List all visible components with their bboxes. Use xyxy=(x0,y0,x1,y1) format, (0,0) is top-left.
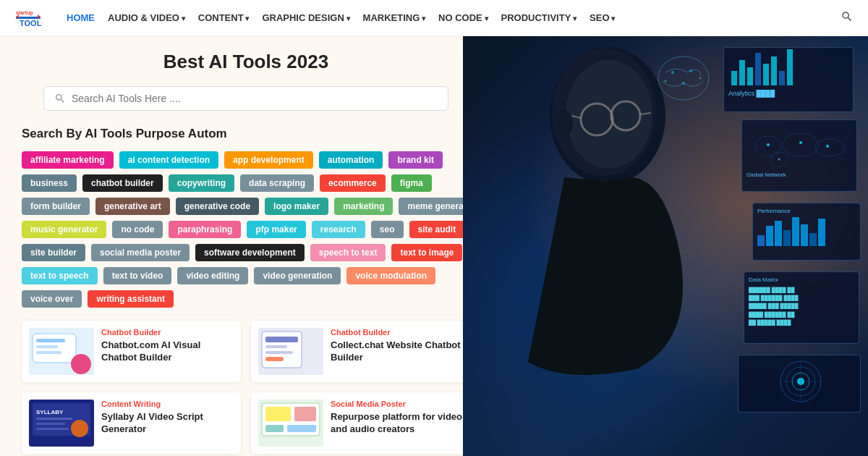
tag-text-to-image[interactable]: text to image xyxy=(391,244,462,261)
tag-paraphrasing[interactable]: paraphrasing xyxy=(169,221,241,238)
tag-voice-over[interactable]: voice over xyxy=(22,290,82,308)
tag-site-audit[interactable]: site audit xyxy=(409,221,465,238)
svg-rect-21 xyxy=(36,418,72,420)
tag-speech-to-text[interactable]: speech to text xyxy=(310,244,386,261)
tool-card-title: Chatbot.com AI Visual Chatbot Builder xyxy=(101,339,234,364)
tag-logo-maker[interactable]: logo maker xyxy=(265,198,328,215)
svg-rect-28 xyxy=(294,407,316,421)
tag-video-editing[interactable]: video editing xyxy=(177,267,248,284)
tool-card-info: Content Writing Syllaby AI Video Script … xyxy=(101,400,234,436)
svg-point-51 xyxy=(799,141,802,144)
tag-generative-art[interactable]: generative art xyxy=(95,198,170,215)
tag-no-code[interactable]: no code xyxy=(112,221,163,238)
tool-card-title: Collect.chat Website Chatbot Builder xyxy=(331,339,463,364)
tag-text-to-video[interactable]: text to video xyxy=(103,267,172,284)
tag-site-builder[interactable]: site builder xyxy=(22,244,85,261)
nav-search-icon[interactable] xyxy=(841,10,854,26)
tag-writing-assistant[interactable]: writing assistant xyxy=(88,290,174,308)
tool-card-1[interactable]: Chatbot Builder Collect.chat Website Cha… xyxy=(251,321,470,382)
tool-card-thumb: SYLLABY xyxy=(29,400,94,447)
search-bar[interactable] xyxy=(43,86,448,111)
tag-affiliate-marketing[interactable]: affiliate marketing xyxy=(22,151,114,169)
tag-ai-content-detection[interactable]: ai content detection xyxy=(119,151,218,169)
tag-marketing[interactable]: marketing xyxy=(334,198,393,215)
tag-business[interactable]: business xyxy=(22,174,77,192)
hud-panel-4: Data Matrix ██████ ████ ██ ███ ██████ ██… xyxy=(744,271,859,344)
main-content: Best AI Tools 2023 Search By AI Tools Pu… xyxy=(0,36,868,456)
tool-card-category: Chatbot Builder xyxy=(331,328,463,337)
left-panel: Best AI Tools 2023 Search By AI Tools Pu… xyxy=(0,36,492,456)
tool-card-title: Syllaby AI Video Script Generator xyxy=(101,411,234,436)
svg-point-24 xyxy=(71,420,88,437)
svg-rect-30 xyxy=(287,425,316,432)
tag-form-builder[interactable]: form builder xyxy=(22,198,90,215)
hero-title: Best AI Tools 2023 xyxy=(22,51,470,73)
svg-rect-11 xyxy=(36,351,61,354)
svg-point-52 xyxy=(826,145,829,148)
nav-audio-video[interactable]: AUDIO & VIDEO xyxy=(108,12,185,23)
svg-point-61 xyxy=(671,71,674,74)
svg-rect-17 xyxy=(265,357,284,361)
nav-content[interactable]: CONTENT xyxy=(198,12,250,23)
nav-no-code[interactable]: NO CODE xyxy=(438,12,488,23)
nav-seo[interactable]: SEO xyxy=(590,12,615,23)
tag-research[interactable]: research xyxy=(312,221,365,238)
search-icon xyxy=(54,93,66,104)
hero-image-panel: Analytics ████ xyxy=(492,36,868,456)
svg-rect-9 xyxy=(36,339,65,342)
cards-grid: Chatbot Builder Chatbot.com AI Visual Ch… xyxy=(22,321,470,456)
tags-container: affiliate marketingai content detectiona… xyxy=(22,151,499,308)
tool-card-2[interactable]: SYLLABY Content Writing Syllaby AI Video… xyxy=(22,392,241,454)
tag-brand-kit[interactable]: brand kit xyxy=(388,151,443,169)
hero-image: Analytics ████ xyxy=(463,36,868,456)
tag-automation[interactable]: automation xyxy=(319,151,383,169)
tool-card-category: Content Writing xyxy=(101,400,234,408)
svg-point-62 xyxy=(689,69,692,72)
tag-software-development[interactable]: software development xyxy=(195,244,305,261)
hud-panel-3: Performance xyxy=(752,203,861,261)
nav-marketing[interactable]: MARKETING xyxy=(363,12,426,23)
tag-generative-code[interactable]: generative code xyxy=(176,198,259,215)
tool-card-3[interactable]: Social Media Poster Repurpose platform f… xyxy=(251,392,470,454)
nav-menu: HOME AUDIO & VIDEO CONTENT GRAPHIC DESIG… xyxy=(67,12,615,23)
tool-card-title: Repurpose platform for video and audio c… xyxy=(331,411,463,436)
tag-chatbot-builder[interactable]: chatbot builder xyxy=(82,174,163,192)
svg-rect-22 xyxy=(36,423,65,425)
tag-app-development[interactable]: app development xyxy=(224,151,313,169)
tool-card-info: Social Media Poster Repurpose platform f… xyxy=(331,400,463,436)
svg-point-64 xyxy=(665,80,667,83)
tag-copywriting[interactable]: copywriting xyxy=(169,174,234,192)
tool-card-info: Chatbot Builder Collect.chat Website Cha… xyxy=(331,328,463,364)
svg-point-50 xyxy=(767,143,770,146)
tag-seo[interactable]: seo xyxy=(371,221,404,238)
svg-point-53 xyxy=(778,159,780,161)
nav-productivity[interactable]: PRODUCTIVITY xyxy=(501,12,577,23)
tool-card-thumb xyxy=(29,328,94,375)
tag-video-generation[interactable]: video generation xyxy=(254,267,341,284)
tag-voice-modulation[interactable]: voice modulation xyxy=(346,267,435,284)
brain-network xyxy=(651,51,716,109)
tool-card-info: Chatbot Builder Chatbot.com AI Visual Ch… xyxy=(101,328,234,364)
tool-card-0[interactable]: Chatbot Builder Chatbot.com AI Visual Ch… xyxy=(22,321,241,382)
svg-rect-10 xyxy=(36,345,58,348)
search-input[interactable] xyxy=(72,93,438,104)
tag-data-scraping[interactable]: data scraping xyxy=(240,174,314,192)
cards-section: Chatbot Builder Chatbot.com AI Visual Ch… xyxy=(22,321,470,456)
tag-figma[interactable]: figma xyxy=(391,174,432,192)
tag-text-to-speech[interactable]: text to speech xyxy=(22,267,98,284)
tag-pfp-maker[interactable]: pfp maker xyxy=(247,221,305,238)
hud-panel-1: Analytics ████ xyxy=(723,47,854,112)
tag-music-generator[interactable]: music generator xyxy=(22,221,106,238)
nav-graphic-design[interactable]: GRAPHIC DESIGN xyxy=(262,12,349,23)
tool-card-thumb xyxy=(258,328,323,375)
svg-point-8 xyxy=(71,354,91,374)
nav-home[interactable]: HOME xyxy=(67,12,95,23)
svg-rect-23 xyxy=(36,428,69,430)
tool-card-category: Chatbot Builder xyxy=(101,328,234,337)
svg-point-44 xyxy=(556,110,573,136)
svg-text:SYLLABY: SYLLABY xyxy=(36,409,64,415)
tag-ecommerce[interactable]: ecommerce xyxy=(320,174,386,192)
tool-card-thumb xyxy=(258,400,323,447)
tag-social-media-poster[interactable]: social media poster xyxy=(91,244,190,261)
logo[interactable]: startup TOOLS xyxy=(14,4,45,32)
